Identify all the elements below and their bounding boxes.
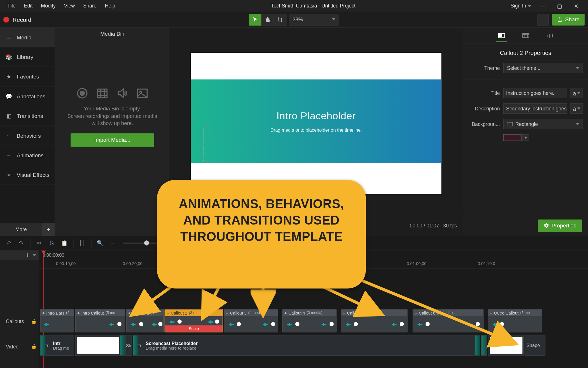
clip-intro-bars[interactable]: +Intro Bars(2 xyxy=(40,309,74,332)
zoom-search-icon: 🔍 xyxy=(96,239,105,248)
background-color-swatch[interactable] xyxy=(503,134,522,141)
track-headers: + Callouts🔓 Video🔓 xyxy=(0,250,39,368)
transition-edge[interactable] xyxy=(133,336,138,356)
video-clip-sh[interactable]: Sh xyxy=(125,335,132,356)
record-circle-icon xyxy=(75,86,89,100)
scale-animation-bar[interactable]: Scale xyxy=(165,325,223,332)
ruler-tick: 0:01:00;00 xyxy=(407,261,427,266)
theme-dropdown[interactable]: Select theme... xyxy=(503,63,583,73)
selection-guide xyxy=(203,128,204,161)
track-header-video[interactable]: Video🔓 xyxy=(0,334,39,359)
menu-view[interactable]: View xyxy=(60,1,79,10)
tab-annotations[interactable]: 💬Annotations xyxy=(0,87,55,106)
maximize-button[interactable]: ▢ xyxy=(551,3,568,9)
top-toolbar: Record 38% Share xyxy=(0,12,588,28)
download-button[interactable] xyxy=(537,14,549,25)
properties-tab-visual[interactable] xyxy=(496,31,507,42)
track-menu-button[interactable] xyxy=(32,254,36,256)
video-clip-thumb1[interactable] xyxy=(75,335,125,356)
transition-edge[interactable] xyxy=(40,336,45,356)
transition-icon: ◧ xyxy=(5,113,12,119)
redo-button[interactable]: ↷ xyxy=(17,239,26,248)
menu-file[interactable]: File xyxy=(3,1,20,10)
fps-display: 30 fps xyxy=(443,223,457,229)
sign-in-button[interactable]: Sign In xyxy=(507,3,535,9)
menubar: File Edit Modify View Share Help TechSmi… xyxy=(0,0,588,12)
add-tab-button[interactable]: + xyxy=(42,223,55,236)
tab-behaviors[interactable]: ⁘Behaviors xyxy=(0,126,55,145)
zoom-dropdown[interactable]: 38% xyxy=(289,14,339,25)
undo-button[interactable]: ↶ xyxy=(4,239,13,248)
pan-tool[interactable] xyxy=(262,14,274,25)
more-tabs-button[interactable]: More xyxy=(0,227,42,232)
annotation-arrow xyxy=(343,268,522,351)
record-button[interactable]: Record xyxy=(13,16,32,23)
ruler-tick: 0:00:10;00 xyxy=(56,261,76,266)
tab-transitions[interactable]: ◧Transitions xyxy=(0,106,55,126)
annotation-text: ANIMATIONS, BEHAVIORS, AND TRANSITIONS U… xyxy=(171,196,351,245)
tab-favorites[interactable]: ★Favorites xyxy=(0,67,55,87)
description-input[interactable]: Secondary instruction goes xyxy=(503,103,567,114)
title-font-button[interactable]: a xyxy=(570,88,583,98)
svg-rect-2 xyxy=(98,89,107,97)
selection-handle[interactable] xyxy=(206,126,209,129)
crop-tool[interactable] xyxy=(274,14,287,25)
split-button[interactable]: ⎮⎮ xyxy=(78,239,87,248)
import-media-button[interactable]: Import Media... xyxy=(71,133,154,147)
time-display: 00:00 / 01:07 xyxy=(410,223,439,229)
svg-rect-9 xyxy=(549,33,550,38)
chevron-down-icon xyxy=(524,137,527,139)
chevron-down-icon xyxy=(576,67,579,69)
library-icon: 📚 xyxy=(5,54,12,60)
track-header-callouts[interactable]: Callouts🔓 xyxy=(0,309,39,334)
lock-icon[interactable]: 🔓 xyxy=(31,319,37,324)
svg-rect-7 xyxy=(523,33,529,37)
properties-button[interactable]: Properties xyxy=(538,219,582,232)
video-clip-intro[interactable]: ▭ IntrDrag me xyxy=(40,335,74,356)
menu-edit[interactable]: Edit xyxy=(20,1,37,10)
tab-library[interactable]: 📚Library xyxy=(0,47,55,67)
record-icon xyxy=(3,16,9,22)
ruler-tick: 0:01:10;0 xyxy=(478,261,495,266)
selection-handle[interactable] xyxy=(206,160,209,163)
media-type-icons xyxy=(75,86,150,100)
media-bin-title: Media Bin xyxy=(100,28,124,40)
add-track-button[interactable]: + xyxy=(25,251,29,259)
clip-intro-callout[interactable]: +Intro Callout(5 me xyxy=(75,309,125,332)
background-label: Backgroun... xyxy=(468,121,500,127)
zoom-out-button[interactable]: − xyxy=(108,239,117,248)
properties-tab-video[interactable] xyxy=(520,30,531,41)
properties-panel: Callout 2 Properties Theme Select theme.… xyxy=(463,28,588,236)
paste-button[interactable]: 📋 xyxy=(60,239,69,248)
copy-button[interactable]: ⎘ xyxy=(47,239,56,248)
video-clip-shape[interactable]: Shape xyxy=(525,335,546,356)
tab-animations[interactable]: →Animations xyxy=(0,145,55,165)
desc-font-button[interactable]: a xyxy=(570,103,583,114)
tab-media[interactable]: ▭Media xyxy=(0,28,55,47)
properties-title: Callout 2 Properties xyxy=(463,43,588,60)
properties-tab-audio[interactable] xyxy=(544,30,555,41)
menu-help[interactable]: Help xyxy=(101,1,119,10)
title-label: Title xyxy=(468,90,500,96)
minimize-button[interactable]: — xyxy=(535,3,551,9)
close-button[interactable]: ✕ xyxy=(568,3,585,9)
title-input[interactable]: Instruction goes here. xyxy=(503,88,567,98)
film-icon xyxy=(95,86,109,100)
color-dropdown-button[interactable] xyxy=(523,134,529,141)
share-button[interactable]: Share xyxy=(552,14,585,25)
select-tool[interactable] xyxy=(249,14,262,25)
transition-edge[interactable] xyxy=(120,336,125,356)
preview-title: Intro Placeholder xyxy=(276,110,356,122)
background-dropdown[interactable]: Rectangle xyxy=(503,119,583,129)
window-title: TechSmith Camtasia - Untitled Project xyxy=(119,3,507,9)
theme-label: Theme xyxy=(468,65,500,71)
video-thumbnail xyxy=(77,337,119,354)
tab-visual-effects[interactable]: ✧Visual Effects xyxy=(0,165,55,185)
star-icon: ★ xyxy=(5,73,12,80)
canvas-preview[interactable]: Intro Placeholder Drag media onto placeh… xyxy=(191,53,442,194)
menu-share[interactable]: Share xyxy=(79,1,101,10)
lock-icon[interactable]: 🔓 xyxy=(31,344,37,349)
menu-modify[interactable]: Modify xyxy=(37,1,60,10)
svg-point-1 xyxy=(80,91,84,95)
cut-button[interactable]: ✂ xyxy=(35,239,44,248)
